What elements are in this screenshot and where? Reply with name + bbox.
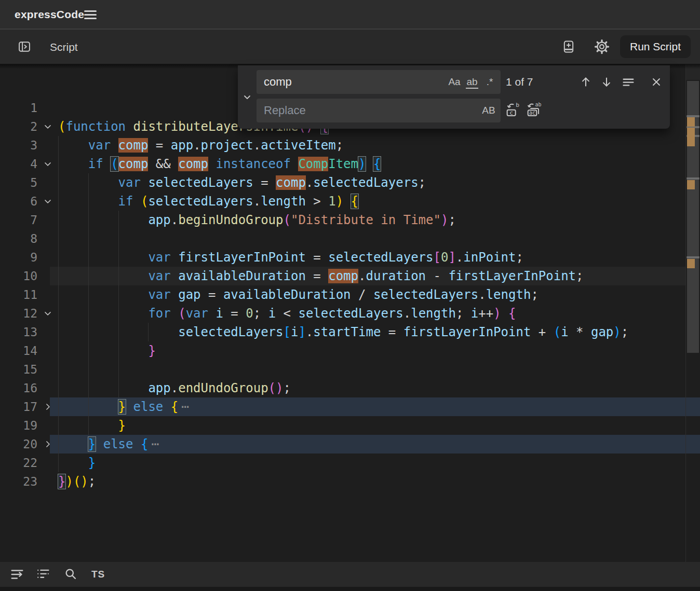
toolbar: Script Run Script (0, 30, 700, 64)
line-number: 2 (0, 117, 37, 136)
find-in-selection-icon[interactable] (619, 73, 638, 91)
indent-guide (88, 229, 89, 248)
code-row: 8 (0, 229, 700, 248)
line-number: 16 (0, 379, 37, 397)
overview-find-match-mark (687, 259, 695, 268)
menu-icon[interactable] (84, 10, 97, 20)
indent-guide (58, 229, 59, 248)
regex-toggle[interactable]: .* (482, 74, 497, 90)
code-row: 19 } (0, 416, 700, 435)
code-row: 9 var firstLayerInPoint = selectedLayers… (0, 248, 700, 267)
overview-find-match-mark (687, 180, 695, 189)
line-number: 19 (0, 416, 37, 435)
code-line: } else {⋯ (58, 435, 159, 453)
fold-gutter (37, 379, 58, 397)
fold-gutter (37, 341, 58, 360)
bracket-match: } (88, 437, 96, 451)
code-row: 12 for (var i = 0; i < selectedLayers.le… (0, 304, 700, 323)
search-icon[interactable] (63, 567, 78, 581)
replace-input-box: AB (257, 99, 501, 122)
fold-down-icon[interactable] (37, 155, 58, 173)
indent-guide (58, 360, 59, 379)
find-widget: Aa ab .* 1 of 7 AB (238, 65, 670, 129)
code-row: 23})(); (0, 472, 700, 491)
preserve-case-toggle[interactable]: AB (481, 103, 496, 118)
code-editor[interactable]: 12(function distributeLayersInTime() {3 … (0, 64, 700, 562)
line-number: 10 (0, 267, 37, 285)
overview-ruler-mark (686, 177, 699, 180)
code-line: })(); (58, 472, 96, 491)
app-title: expressCode (15, 0, 84, 29)
bottom-strip (0, 587, 700, 591)
new-script-button[interactable] (561, 39, 576, 54)
fold-gutter (37, 453, 58, 472)
find-match-highlight: comp (178, 157, 208, 171)
svg-text:ab: ab (535, 102, 541, 107)
replace-input[interactable] (264, 99, 456, 122)
code-line: } (58, 453, 96, 472)
match-case-toggle[interactable]: Aa (447, 74, 462, 90)
fold-down-icon[interactable] (37, 117, 58, 136)
code-row: 20 } else {⋯ (0, 435, 700, 453)
code-row: 6 if (selectedLayers.length > 1) { (0, 192, 700, 211)
formatting-icon[interactable] (35, 567, 51, 582)
toggle-replace-button[interactable] (240, 88, 254, 106)
tab-script[interactable]: Script (50, 30, 78, 64)
close-icon[interactable] (647, 73, 666, 91)
line-number: 7 (0, 211, 37, 229)
bracket-match: } (58, 474, 65, 489)
fold-gutter (37, 173, 58, 192)
bracket-match: { (351, 194, 358, 209)
code-line: app.endUndoGroup(); (58, 379, 291, 397)
find-match-highlight: comp (118, 138, 149, 153)
next-match-button[interactable] (597, 73, 616, 91)
bracket-match: ) (358, 157, 366, 171)
fold-down-icon[interactable] (37, 192, 58, 211)
replace-all-button[interactable]: ac ab (524, 100, 543, 119)
find-input-box: Aa ab .* (257, 70, 501, 94)
fold-gutter (37, 472, 58, 491)
word-wrap-icon[interactable] (9, 567, 25, 582)
code-line: var availableDuration = comp.duration - … (58, 267, 584, 285)
code-line: var comp = app.project.activeItem; (58, 136, 343, 155)
line-number: 8 (0, 229, 37, 248)
code-line: } (58, 341, 156, 360)
bracket-match: { (373, 157, 381, 171)
line-number: 15 (0, 360, 37, 379)
fold-gutter (37, 99, 58, 117)
title-bar: expressCode (0, 0, 700, 29)
find-match-highlight: comp (118, 157, 149, 171)
match-count: 1 of 7 (506, 70, 533, 94)
scrollbar-divider (685, 64, 686, 562)
status-bar: TS (0, 562, 700, 587)
fold-gutter (37, 416, 58, 435)
run-script-button[interactable]: Run Script (620, 35, 691, 58)
settings-gear-icon[interactable] (594, 39, 610, 54)
line-number: 22 (0, 453, 37, 472)
code-row: 11 var gap = availableDuration / selecte… (0, 285, 700, 304)
line-number: 11 (0, 285, 37, 304)
line-number: 14 (0, 341, 37, 360)
find-match-highlight: comp (328, 269, 358, 283)
code-line: for (var i = 0; i < selectedLayers.lengt… (58, 304, 516, 323)
line-number: 3 (0, 136, 37, 155)
language-mode-label[interactable]: TS (91, 562, 105, 587)
code-row: 16 app.endUndoGroup(); (0, 379, 700, 397)
code-row: 10 var availableDuration = comp.duration… (0, 267, 700, 285)
whole-word-toggle[interactable]: ab (464, 74, 480, 90)
fold-down-icon[interactable] (37, 304, 58, 323)
code-row: 22 } (0, 453, 700, 472)
fold-gutter (37, 211, 58, 229)
previous-match-button[interactable] (576, 73, 595, 91)
find-match-highlight: Comp (298, 157, 328, 171)
replace-button[interactable]: c b (504, 100, 522, 119)
find-input[interactable] (264, 70, 435, 94)
panel-layout-icon[interactable] (17, 39, 32, 54)
bracket-match: ( (111, 157, 118, 171)
fold-gutter (37, 360, 58, 379)
code-line: var firstLayerInPoint = selectedLayers[0… (58, 248, 523, 267)
code-row: 4 if (comp && comp instanceof CompItem) … (0, 155, 700, 173)
code-row: 13 selectedLayers[i].startTime = firstLa… (0, 323, 700, 341)
overview-find-match-mark (687, 117, 695, 127)
code-line: var gap = availableDuration / selectedLa… (58, 285, 539, 304)
